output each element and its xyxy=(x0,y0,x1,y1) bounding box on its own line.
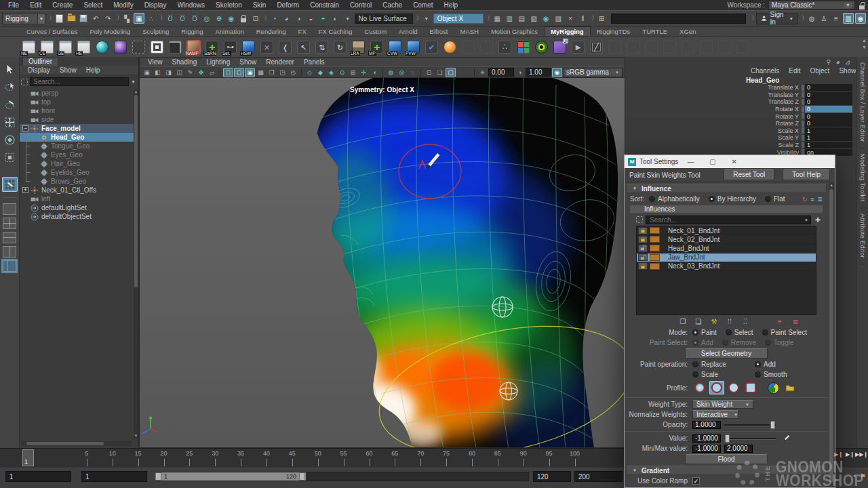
menu-item[interactable]: Skeleton xyxy=(210,1,248,9)
value-slider[interactable] xyxy=(724,434,776,443)
channel-row[interactable]: Rotate Z 0 xyxy=(666,120,852,127)
attribute-editor-toggle-icon[interactable]: ◉ xyxy=(855,13,866,24)
outliner-search-input[interactable] xyxy=(30,77,129,86)
list-view-icon[interactable]: ≡ xyxy=(810,196,814,203)
use-all-lights-icon[interactable]: ▩ xyxy=(256,68,266,77)
viewport-menu-item[interactable]: Renderer xyxy=(262,58,298,66)
shelf-tab[interactable]: Poly Modeling xyxy=(84,27,137,36)
character-set-icon[interactable]: ⚑ xyxy=(860,472,866,480)
playback-end-field[interactable]: 120 xyxy=(533,471,571,482)
outliner-item[interactable]: Head_Geo xyxy=(20,133,134,142)
min-value-field[interactable]: -1.0000 xyxy=(692,445,721,453)
open-scene-icon[interactable] xyxy=(66,13,77,24)
highlight-selection-icon[interactable]: ⊡ xyxy=(250,13,261,24)
snap-curve-icon[interactable]: Ω xyxy=(177,13,188,24)
paste-weights-icon[interactable]: ❏ xyxy=(694,317,703,326)
show-input-line-icon[interactable]: ⊞ xyxy=(596,13,607,24)
shelf-button[interactable]: CVW xyxy=(387,39,403,56)
reset-tool-button[interactable]: Reset Tool xyxy=(724,169,774,180)
shelf-tab[interactable]: MASH xyxy=(454,27,485,36)
ramp-list-icon[interactable]: ≡ xyxy=(775,317,785,326)
outliner-item[interactable]: defaultObjectSet xyxy=(20,212,134,221)
snap-projected-center-icon[interactable]: ◎ xyxy=(201,13,212,24)
current-tool-paint-skin-weights-icon[interactable] xyxy=(2,177,18,192)
brush-profile-browse-folder-icon[interactable] xyxy=(783,381,797,394)
channel-box-menu-item[interactable]: Object xyxy=(807,67,833,75)
tab-attribute-editor[interactable]: Attribute Editor xyxy=(859,208,866,264)
shelf-button[interactable] xyxy=(570,39,587,56)
shelf-scroll-up-icon[interactable]: ▲ xyxy=(862,38,867,43)
outliner-search-dropdown-icon[interactable]: ▼ xyxy=(131,79,136,84)
outliner-item[interactable]: Eyes_Geo xyxy=(20,150,134,159)
channel-speed-icon[interactable]: ◕ xyxy=(836,58,840,66)
layout-four-pane-button[interactable] xyxy=(3,218,16,229)
camera-attributes-icon[interactable]: ◨ xyxy=(163,68,174,77)
influence-list-item[interactable]: Neck_01_BndJnt xyxy=(637,226,816,235)
close-button[interactable]: ✕ xyxy=(725,155,743,168)
influence-color-swatch[interactable] xyxy=(650,227,660,234)
range-end-handle[interactable] xyxy=(299,472,305,481)
shelf-button[interactable] xyxy=(533,39,550,56)
menu-item[interactable]: Skin xyxy=(248,1,271,9)
influence-list-item[interactable]: Neck_02_BndJnt xyxy=(637,235,816,244)
sort-flat-radio[interactable] xyxy=(765,196,771,202)
channel-slider-handle[interactable] xyxy=(802,106,804,113)
use-color-ramp-checkbox[interactable] xyxy=(692,477,700,485)
channel-slider-handle[interactable] xyxy=(802,99,804,105)
influence-color-swatch[interactable] xyxy=(650,245,660,251)
channel-row[interactable]: Translate Y 0 xyxy=(666,92,852,99)
xray-joints-icon[interactable]: ◆ xyxy=(315,68,326,77)
influence-search-input[interactable] xyxy=(646,216,811,224)
xray-active-icon[interactable]: ◈ xyxy=(326,68,336,77)
playback-range-bar[interactable]: 1 120 xyxy=(155,472,306,481)
redo-icon[interactable]: ↷ xyxy=(102,13,113,24)
menu-item[interactable]: Edit xyxy=(24,1,47,9)
shelf-button[interactable]: NAMP xyxy=(185,39,202,56)
paint-select-add-radio[interactable] xyxy=(692,340,698,346)
channel-slider-handle[interactable] xyxy=(802,113,804,119)
shelf-button[interactable]: PVW xyxy=(405,39,422,56)
shelf-button[interactable]: Set. xyxy=(222,39,239,56)
opacity-slider[interactable] xyxy=(724,421,776,429)
motion-blur-icon[interactable]: ◴ xyxy=(288,68,298,77)
lasso-tool-icon[interactable] xyxy=(2,79,18,94)
shelf-button[interactable] xyxy=(295,39,312,56)
shelf-button[interactable] xyxy=(606,39,623,56)
brush-profile-solid[interactable] xyxy=(726,381,741,394)
scale-tool-icon[interactable] xyxy=(2,150,18,165)
channel-value-field[interactable]: 1 xyxy=(805,142,852,148)
channel-row[interactable]: Scale Z 1 xyxy=(666,142,852,149)
select-hierarchy-icon[interactable]: ▚ xyxy=(121,13,132,24)
outliner-item[interactable]: Eyelids_Geo xyxy=(20,168,134,177)
workspace-dropdown[interactable]: Maya Classic*▼ xyxy=(768,1,855,9)
shelf-button[interactable] xyxy=(313,39,330,56)
lock-camera-icon[interactable]: ◧ xyxy=(153,68,163,77)
shelf-button[interactable]: NE xyxy=(20,39,37,56)
render-settings-icon[interactable]: ▧ xyxy=(528,13,539,24)
outliner-item[interactable]: front xyxy=(20,106,134,115)
shelf-tab[interactable]: Arnold xyxy=(393,27,423,36)
shelf-button[interactable] xyxy=(460,39,477,56)
lighting-icon[interactable]: ◍ xyxy=(386,68,396,77)
shelf-button[interactable] xyxy=(643,39,660,56)
hammer-weights-icon[interactable]: ⚒ xyxy=(709,317,719,326)
channel-row[interactable]: Scale Y 1 xyxy=(666,134,852,142)
shelf-tab[interactable]: TURTLE xyxy=(636,27,673,36)
brush-profile-medium[interactable] xyxy=(709,381,724,394)
brush-profile-gaussian[interactable] xyxy=(766,381,781,394)
mode-paint-select-radio[interactable] xyxy=(762,329,768,336)
move-tool-icon[interactable] xyxy=(2,115,18,129)
select-geometry-button[interactable]: Select Geometry xyxy=(685,348,768,359)
step-back-key-button[interactable]: ▶❙ xyxy=(834,450,843,459)
viewport-menu-item[interactable]: View xyxy=(144,58,167,66)
color-management-icon[interactable]: ◉ xyxy=(552,68,562,77)
influence-section-header[interactable]: Influence xyxy=(626,184,827,193)
influence-color-swatch[interactable] xyxy=(650,236,660,243)
influence-color-swatch[interactable] xyxy=(650,254,660,261)
gradient-section-header[interactable]: Gradient xyxy=(626,466,827,475)
shelf-button[interactable] xyxy=(94,39,111,56)
shelf-tab[interactable]: FX Caching xyxy=(313,27,359,36)
shelf-button[interactable]: HSW xyxy=(240,39,257,56)
playback-start-field[interactable]: 1 xyxy=(81,471,147,482)
paint-op-add-radio[interactable] xyxy=(755,361,761,367)
